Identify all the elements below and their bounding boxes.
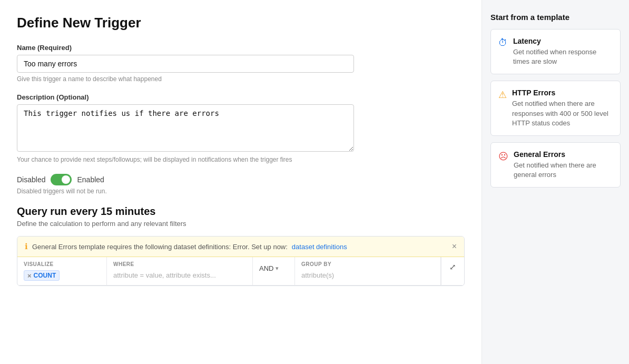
where-placeholder[interactable]: attribute = value, attribute exists... — [113, 270, 216, 280]
latency-icon: ⏱ — [498, 37, 508, 48]
groupby-label: GROUP BY — [301, 261, 434, 267]
query-section-desc: Define the calculation to perform and an… — [17, 220, 465, 228]
groupby-section: GROUP BY attribute(s) — [295, 257, 441, 285]
count-tag[interactable]: × COUNT — [24, 270, 60, 281]
toggle-hint: Disabled triggers will not be run. — [17, 188, 465, 195]
and-section: AND ▾ — [253, 257, 295, 285]
template-card-general-errors[interactable]: ☹ General Errors Get notified when there… — [490, 142, 621, 188]
alert-close-button[interactable]: × — [452, 242, 457, 251]
count-remove-icon[interactable]: × — [27, 272, 32, 279]
general-errors-icon: ☹ — [498, 151, 508, 162]
template-card-latency[interactable]: ⏱ Latency Get notified when response tim… — [490, 29, 621, 74]
and-body: AND ▾ — [259, 264, 288, 272]
latency-title: Latency — [513, 37, 613, 45]
alert-link[interactable]: dataset definitions — [292, 243, 347, 251]
http-card-content: HTTP Errors Get notified when there are … — [512, 88, 613, 128]
where-label: WHERE — [113, 261, 246, 267]
main-content: Define New Trigger Name (Required) Give … — [0, 0, 481, 364]
general-errors-card-content: General Errors Get notified when there a… — [514, 150, 613, 180]
visualize-label: VISUALIZE — [24, 261, 100, 267]
disabled-label: Disabled — [17, 175, 45, 184]
description-input[interactable]: This trigger notifies us if there are er… — [17, 104, 354, 152]
general-errors-card-header: ☹ General Errors Get notified when there… — [498, 150, 613, 180]
visualize-section: VISUALIZE × COUNT — [17, 257, 107, 285]
where-body: attribute = value, attribute exists... — [113, 270, 246, 280]
enabled-toggle[interactable] — [51, 174, 72, 185]
visualize-body: × COUNT — [24, 270, 100, 281]
groupby-placeholder[interactable]: attribute(s) — [301, 270, 334, 280]
query-box: ℹ General Errors template requires the f… — [17, 236, 465, 286]
latency-desc: Get notified when response times are slo… — [513, 47, 613, 66]
name-label: Name (Required) — [17, 44, 465, 52]
alert-info-icon: ℹ — [25, 242, 28, 251]
toggle-row: Disabled Enabled — [17, 174, 465, 185]
general-errors-title: General Errors — [514, 150, 613, 159]
http-errors-title: HTTP Errors — [512, 88, 613, 97]
name-hint: Give this trigger a name to describe wha… — [17, 75, 465, 83]
name-input[interactable] — [17, 55, 354, 73]
general-errors-desc: Get notified when there are general erro… — [514, 161, 613, 180]
count-tag-label: COUNT — [34, 272, 56, 279]
sidebar-title: Start from a template — [490, 13, 621, 22]
expand-icon[interactable]: ⤢ — [449, 262, 456, 272]
and-button[interactable]: AND ▾ — [259, 264, 279, 272]
latency-card-content: Latency Get notified when response times… — [513, 37, 613, 66]
query-toolbar: VISUALIZE × COUNT WHERE attribute = valu… — [17, 257, 464, 286]
where-section: WHERE attribute = value, attribute exist… — [107, 257, 253, 285]
name-field-group: Name (Required) Give this trigger a name… — [17, 44, 465, 83]
template-card-http-errors[interactable]: ⚠ HTTP Errors Get notified when there ar… — [490, 81, 621, 136]
alert-text: General Errors template requires the fol… — [32, 243, 288, 251]
latency-card-header: ⏱ Latency Get notified when response tim… — [498, 37, 613, 66]
chevron-down-icon: ▾ — [276, 265, 279, 272]
and-label: AND — [259, 264, 273, 272]
http-card-header: ⚠ HTTP Errors Get notified when there ar… — [498, 88, 613, 128]
http-errors-icon: ⚠ — [498, 89, 507, 101]
http-errors-desc: Get notified when there are responses wi… — [512, 99, 613, 128]
alert-banner: ℹ General Errors template requires the f… — [17, 237, 464, 257]
sidebar: Start from a template ⏱ Latency Get noti… — [481, 0, 629, 364]
description-field-group: Description (Optional) This trigger noti… — [17, 93, 465, 163]
description-label: Description (Optional) — [17, 93, 465, 101]
enabled-label: Enabled — [77, 175, 104, 184]
expand-section: ⤢ — [441, 257, 464, 285]
page-title: Define New Trigger — [17, 15, 465, 31]
groupby-body: attribute(s) — [301, 270, 434, 280]
query-section-title: Query run every 15 minutes — [17, 205, 465, 218]
description-hint: Your chance to provide next steps/follow… — [17, 156, 465, 163]
